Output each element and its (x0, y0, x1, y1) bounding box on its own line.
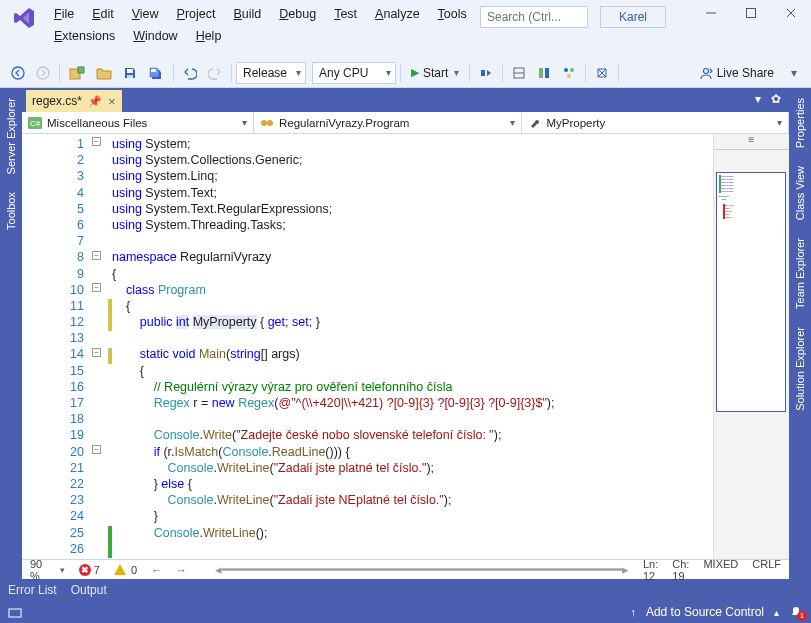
csharp-icon: C# (28, 117, 42, 129)
tab-dropdown[interactable]: ▾ (751, 90, 765, 108)
live-share-icon (699, 66, 713, 80)
warning-count[interactable]: 0 (114, 564, 137, 576)
pin-icon[interactable]: 📌 (88, 95, 102, 108)
status-bar: ↑ Add to Source Control ▴ 1 (0, 601, 811, 623)
menu-view[interactable]: View (124, 4, 167, 24)
svg-point-22 (261, 120, 267, 126)
main-toolbar: Release Any CPU ▶Start▾ Live Share ▾ (0, 58, 811, 88)
svg-text:C#: C# (30, 119, 41, 128)
document-tabs: regex.cs* 📌 × ▾ ✿ (22, 88, 789, 112)
minimize-button[interactable] (691, 0, 731, 26)
menu-test[interactable]: Test (326, 4, 365, 24)
svg-rect-15 (545, 68, 549, 78)
panel-tab-solution-explorer[interactable]: Solution Explorer (791, 319, 809, 419)
menu-tools[interactable]: Tools (430, 4, 475, 24)
svg-rect-1 (747, 9, 756, 18)
panel-tab-server-explorer[interactable]: Server Explorer (2, 90, 20, 182)
panel-tab-class-view[interactable]: Class View (791, 158, 809, 228)
platform-select[interactable]: Any CPU (312, 62, 396, 84)
svg-point-23 (267, 120, 273, 126)
title-bar: FileEditViewProjectBuildDebugTestAnalyze… (0, 0, 811, 58)
forward-button[interactable] (31, 61, 55, 85)
svg-rect-11 (481, 70, 485, 76)
tool-button-3[interactable] (557, 61, 581, 85)
step-button[interactable] (474, 61, 498, 85)
tool-button-1[interactable] (507, 61, 531, 85)
panel-tab-team-explorer[interactable]: Team Explorer (791, 230, 809, 317)
open-button[interactable] (91, 61, 117, 85)
minimap[interactable]: using Systemusing Systemusing Systemusin… (716, 172, 786, 412)
minimap-panel: ≡ using Systemusing Systemusing Systemus… (713, 134, 789, 559)
close-tab-icon[interactable]: × (108, 94, 116, 109)
svg-point-19 (703, 68, 708, 73)
tab-settings-icon[interactable]: ✿ (767, 90, 785, 108)
svg-rect-9 (127, 75, 133, 78)
svg-rect-14 (539, 68, 543, 78)
navigation-bar: C# Miscellaneous Files RegularniVyrazy.P… (22, 112, 789, 134)
svg-point-16 (564, 68, 568, 72)
line-col: Ln: 12 (643, 558, 658, 582)
zoom-level[interactable]: 90 % (30, 558, 46, 582)
live-share-button[interactable]: Live Share (693, 63, 780, 83)
eol-mode[interactable]: CRLF (752, 558, 781, 582)
menu-analyze[interactable]: Analyze (367, 4, 427, 24)
panel-tab-toolbox[interactable]: Toolbox (2, 184, 20, 238)
svg-rect-24 (9, 609, 21, 617)
error-count[interactable]: ✖7 (79, 564, 100, 576)
undo-button[interactable] (178, 61, 202, 85)
menu-file[interactable]: File (46, 4, 82, 24)
nav-scope-select[interactable]: C# Miscellaneous Files (22, 112, 254, 133)
menu-help[interactable]: Help (188, 26, 230, 46)
status-icon (8, 606, 22, 618)
svg-rect-10 (151, 69, 156, 72)
tool-button-4[interactable] (590, 61, 614, 85)
file-tab[interactable]: regex.cs* 📌 × (26, 90, 122, 112)
menu-window[interactable]: Window (125, 26, 185, 46)
editor-status-bar: 90 %▾ ✖7 0 ← → ◂━━━━━━━━━━━━━━━━━━━━━━━━… (22, 559, 789, 579)
svg-point-4 (12, 67, 24, 79)
config-select[interactable]: Release (236, 62, 306, 84)
menu-edit[interactable]: Edit (84, 4, 122, 24)
bottom-tab-error-list[interactable]: Error List (8, 581, 57, 599)
svg-point-5 (37, 67, 49, 79)
menu-project[interactable]: Project (169, 4, 224, 24)
wrench-icon (528, 117, 542, 129)
split-handle[interactable]: ≡ (714, 134, 789, 150)
svg-rect-8 (127, 69, 133, 73)
save-all-button[interactable] (143, 61, 169, 85)
nav-next[interactable]: → (176, 564, 187, 576)
notifications-button[interactable]: 1 (789, 605, 803, 619)
nav-member-select[interactable]: MyProperty (522, 112, 790, 133)
search-input[interactable] (480, 6, 588, 28)
user-badge[interactable]: Karel (600, 6, 666, 28)
vs-logo-icon (12, 6, 36, 30)
new-project-button[interactable] (64, 61, 90, 85)
redo-button[interactable] (203, 61, 227, 85)
panel-tab-properties[interactable]: Properties (791, 90, 809, 156)
bottom-tab-output[interactable]: Output (71, 581, 107, 599)
nav-prev[interactable]: ← (151, 564, 162, 576)
indent-mode[interactable]: MIXED (703, 558, 738, 582)
source-control-button[interactable]: Add to Source Control (646, 605, 764, 619)
class-icon (260, 117, 274, 129)
line-gutter: 1234567891011121314151617181920212223242… (22, 134, 92, 559)
maximize-button[interactable] (731, 0, 771, 26)
char-col: Ch: 19 (672, 558, 689, 582)
tool-button-2[interactable] (532, 61, 556, 85)
save-button[interactable] (118, 61, 142, 85)
svg-point-18 (567, 74, 571, 78)
close-button[interactable] (771, 0, 811, 26)
menu-debug[interactable]: Debug (271, 4, 324, 24)
right-sidebar: PropertiesClass ViewTeam ExplorerSolutio… (789, 88, 811, 579)
menu-extensions[interactable]: Extensions (46, 26, 123, 46)
menu-build[interactable]: Build (226, 4, 270, 24)
bottom-tool-tabs: Error ListOutput (0, 579, 811, 601)
svg-rect-7 (78, 67, 84, 73)
nav-type-select[interactable]: RegularniVyrazy.Program (254, 112, 522, 133)
toolbar-overflow[interactable]: ▾ (783, 61, 805, 85)
back-button[interactable] (6, 61, 30, 85)
svg-point-17 (570, 68, 574, 72)
start-button[interactable]: ▶Start▾ (405, 63, 465, 83)
left-sidebar: Server ExplorerToolbox (0, 88, 22, 579)
code-editor[interactable]: 1234567891011121314151617181920212223242… (22, 134, 789, 559)
